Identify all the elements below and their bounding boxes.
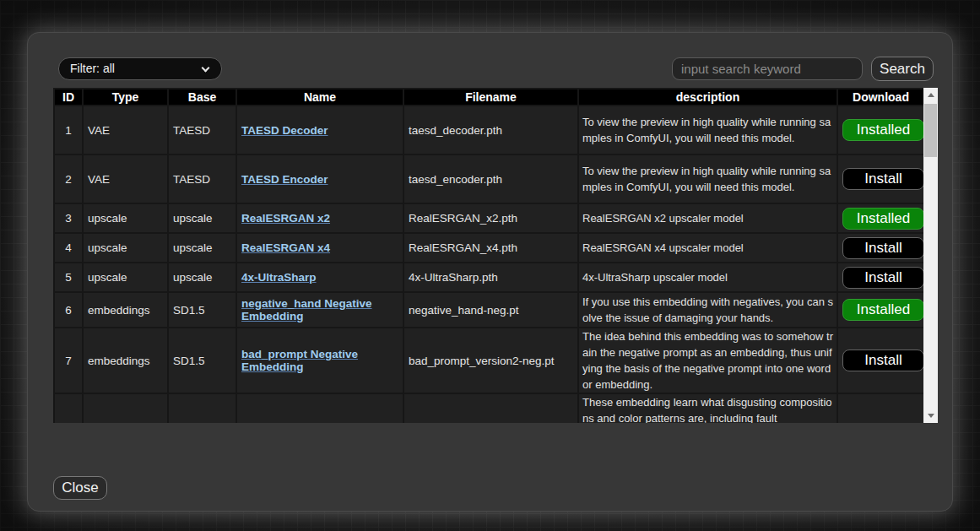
header-filename: Filename <box>403 89 578 106</box>
header-download: Download <box>837 89 923 106</box>
cell-base: upscale <box>168 263 236 292</box>
model-name-link[interactable]: TAESD Encoder <box>241 173 328 186</box>
cell-filename <box>403 393 578 423</box>
table-row: These embedding learn what disgusting co… <box>54 393 923 423</box>
search-input[interactable] <box>672 57 863 80</box>
cell-description: These embedding learn what disgusting co… <box>578 393 837 423</box>
cell-base: upscale <box>168 233 236 263</box>
cell-base: SD1.5 <box>168 292 236 328</box>
model-name-link[interactable]: negative_hand Negative Embedding <box>241 297 372 322</box>
models-table: ID Type Base Name Filename description D… <box>53 88 923 423</box>
cell-type: embeddings <box>83 328 168 393</box>
install-button[interactable]: Install <box>842 349 923 371</box>
cell-description: The idea behind this embedding was to so… <box>578 328 837 393</box>
model-name-link[interactable]: RealESRGAN x4 <box>241 241 330 254</box>
table-row: 5upscaleupscale4x-UltraSharp4x-UltraShar… <box>54 263 923 292</box>
cell-base: TAESD <box>168 154 236 203</box>
table-row: 7embeddingsSD1.5bad_prompt Negative Embe… <box>54 328 923 393</box>
cell-base: upscale <box>168 203 236 233</box>
cell-download: Installed <box>837 203 923 233</box>
table-row: 1VAETAESDTAESD Decodertaesd_decoder.pthT… <box>54 106 923 154</box>
model-name-link[interactable]: 4x-UltraSharp <box>241 271 317 284</box>
header-base: Base <box>168 89 236 106</box>
scrollbar-up-arrow-icon[interactable] <box>923 88 938 102</box>
cell-filename: taesd_encoder.pth <box>403 154 578 203</box>
cell-id: 1 <box>54 106 83 154</box>
cell-base: TAESD <box>168 106 236 154</box>
cell-download <box>837 393 923 423</box>
cell-name: TAESD Decoder <box>236 106 403 154</box>
models-table-container: ID Type Base Name Filename description D… <box>53 88 938 423</box>
table-row: 6embeddingsSD1.5negative_hand Negative E… <box>54 292 923 328</box>
cell-id: 6 <box>54 292 83 328</box>
cell-filename: RealESRGAN_x2.pth <box>403 203 578 233</box>
cell-base <box>168 393 236 423</box>
cell-id: 3 <box>54 203 83 233</box>
cell-description: If you use this embedding with negatives… <box>578 292 837 328</box>
scrollbar-down-arrow-icon[interactable] <box>923 409 938 423</box>
cell-filename: taesd_decoder.pth <box>403 106 578 154</box>
header-type: Type <box>83 89 168 106</box>
cell-id: 4 <box>54 233 83 263</box>
cell-id <box>54 393 83 423</box>
cell-download: Install <box>837 328 923 393</box>
installed-button[interactable]: Installed <box>842 119 923 141</box>
cell-base: SD1.5 <box>168 328 236 393</box>
cell-name: 4x-UltraSharp <box>236 263 403 292</box>
cell-filename: negative_hand-neg.pt <box>403 292 578 328</box>
header-description: description <box>578 89 837 106</box>
cell-type: VAE <box>83 106 168 154</box>
installed-button[interactable]: Installed <box>842 208 923 230</box>
cell-type: VAE <box>83 154 168 203</box>
install-models-dialog: Filter: all Search ID Type Base Name F <box>27 32 953 512</box>
model-name-link[interactable]: bad_prompt Negative Embedding <box>241 348 358 373</box>
cell-download: Install <box>837 233 923 263</box>
cell-download: Install <box>837 154 923 203</box>
cell-download: Installed <box>837 106 923 154</box>
cell-description: RealESRGAN x2 upscaler model <box>578 203 837 233</box>
header-id: ID <box>54 89 83 106</box>
model-name-link[interactable]: TAESD Decoder <box>241 124 328 137</box>
cell-id: 2 <box>54 154 83 203</box>
cell-name: RealESRGAN x4 <box>236 233 403 263</box>
filter-dropdown[interactable]: Filter: all <box>58 57 222 80</box>
cell-name: RealESRGAN x2 <box>236 203 403 233</box>
cell-name: TAESD Encoder <box>236 154 403 203</box>
cell-id: 5 <box>54 263 83 292</box>
filter-dropdown-label: Filter: all <box>70 62 115 75</box>
cell-type: upscale <box>83 263 168 292</box>
cell-description: RealESRGAN x4 upscaler model <box>578 233 837 263</box>
cell-id: 7 <box>54 328 83 393</box>
table-scrollbar[interactable] <box>923 88 938 423</box>
cell-filename: bad_prompt_version2-neg.pt <box>403 328 578 393</box>
header-name: Name <box>236 89 403 106</box>
chevron-down-icon <box>202 64 210 73</box>
table-row: 4upscaleupscaleRealESRGAN x4RealESRGAN_x… <box>54 233 923 263</box>
scrollbar-thumb[interactable] <box>924 104 937 157</box>
cell-name: negative_hand Negative Embedding <box>236 292 403 328</box>
cell-name: bad_prompt Negative Embedding <box>236 328 403 393</box>
cell-name <box>236 393 403 423</box>
cell-download: Install <box>837 263 923 292</box>
cell-download: Installed <box>837 292 923 328</box>
cell-filename: RealESRGAN_x4.pth <box>403 233 578 263</box>
cell-type: embeddings <box>83 292 168 328</box>
install-button[interactable]: Install <box>842 267 923 289</box>
table-row: 2VAETAESDTAESD Encodertaesd_encoder.pthT… <box>54 154 923 203</box>
install-button[interactable]: Install <box>842 168 923 190</box>
table-row: 3upscaleupscaleRealESRGAN x2RealESRGAN_x… <box>54 203 923 233</box>
install-button[interactable]: Install <box>842 237 923 259</box>
cell-type <box>83 393 168 423</box>
cell-description: To view the preview in high quality whil… <box>578 106 837 154</box>
close-button[interactable]: Close <box>53 476 107 500</box>
cell-filename: 4x-UltraSharp.pth <box>403 263 578 292</box>
cell-description: 4x-UltraSharp upscaler model <box>578 263 837 292</box>
cell-type: upscale <box>83 203 168 233</box>
installed-button[interactable]: Installed <box>842 299 923 321</box>
cell-type: upscale <box>83 233 168 263</box>
search-button[interactable]: Search <box>871 57 934 81</box>
model-name-link[interactable]: RealESRGAN x2 <box>241 212 330 225</box>
cell-description: To view the preview in high quality whil… <box>578 154 837 203</box>
table-header-row: ID Type Base Name Filename description D… <box>54 89 923 106</box>
